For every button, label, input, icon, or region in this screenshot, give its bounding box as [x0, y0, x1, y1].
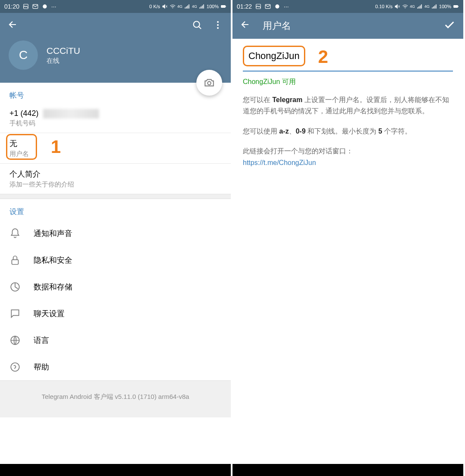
- username-item[interactable]: 无 用户名 1: [0, 133, 231, 164]
- data-icon: [9, 281, 21, 292]
- picture-icon: [23, 3, 29, 9]
- check-icon: [443, 19, 456, 31]
- username-value: 无: [9, 138, 221, 149]
- search-icon: [192, 20, 202, 30]
- mute-icon: [394, 3, 400, 9]
- battery-percent: 100%: [207, 4, 219, 9]
- settings-help[interactable]: 帮助: [0, 354, 231, 380]
- status-time: 01:22: [237, 3, 252, 10]
- signal-icon-2: [199, 3, 205, 9]
- profile-status: 在线: [46, 57, 80, 65]
- network-speed: 0.10 K/s: [375, 4, 392, 9]
- profile-header: C CCCiTU 在线: [0, 39, 231, 83]
- signal-4g: 4G: [410, 4, 415, 9]
- settings-notifications[interactable]: 通知和声音: [0, 220, 231, 247]
- svg-point-7: [217, 24, 219, 26]
- camera-icon: [204, 77, 215, 88]
- settings-label: 聊天设置: [34, 308, 65, 319]
- help-icon: [9, 361, 21, 373]
- app-version: Telegram Android 客户端 v5.11.0 (1710) arm6…: [0, 380, 231, 417]
- username-form: ChongZiJun 2 ChongZiJun 可用 您可以在 Telegram…: [232, 39, 463, 174]
- app-header: 用户名: [232, 13, 463, 39]
- avatar[interactable]: C: [9, 40, 38, 70]
- status-bar: 01:22 ··· 0.10 K/s 4G 4G 100%: [232, 0, 463, 13]
- callout-2: 2: [318, 47, 328, 67]
- svg-point-2: [43, 4, 46, 8]
- section-divider: [0, 194, 231, 199]
- more-dots-icon: ···: [51, 3, 56, 10]
- username-label: 用户名: [9, 150, 221, 158]
- redacted-phone: [43, 109, 99, 118]
- more-button[interactable]: [213, 20, 223, 32]
- username-available: ChongZiJun 可用: [243, 78, 453, 87]
- username-input-highlight: ChongZiJun: [243, 46, 305, 66]
- settings-language[interactable]: 语言: [0, 327, 231, 354]
- mail-icon: [32, 3, 38, 9]
- android-nav-bar: [0, 464, 231, 476]
- svg-rect-3: [221, 5, 226, 8]
- signal-icon: [184, 3, 190, 9]
- chat-status-icon: [42, 3, 48, 9]
- more-dots-icon: ···: [284, 3, 289, 10]
- avatar-initial: C: [19, 48, 28, 62]
- svg-rect-17: [453, 5, 458, 8]
- svg-point-16: [275, 4, 279, 8]
- status-bar: 01:20 ··· 0 K/s 4G 4G 100%: [0, 0, 231, 13]
- confirm-button[interactable]: [443, 19, 456, 33]
- more-vert-icon: [213, 20, 223, 30]
- mute-icon: [162, 3, 168, 9]
- battery-icon: [453, 3, 459, 9]
- settings-chat[interactable]: 聊天设置: [0, 300, 231, 327]
- bio-label: 添加一些关于你的介绍: [9, 180, 221, 189]
- signal-icon-2: [431, 3, 437, 9]
- svg-rect-18: [458, 6, 459, 7]
- settings-label: 隐私和安全: [34, 255, 72, 265]
- page-title: 用户名: [263, 19, 291, 32]
- svg-rect-10: [12, 260, 18, 264]
- settings-section-header: 设置: [0, 199, 231, 220]
- android-nav-bar: [232, 464, 463, 476]
- profile-name: CCCiTU: [46, 46, 80, 56]
- signal-4g: 4G: [177, 4, 183, 9]
- settings-label: 数据和存储: [34, 282, 72, 292]
- back-button[interactable]: [240, 19, 251, 32]
- picture-icon: [255, 3, 261, 9]
- profile-settings-screen: 01:20 ··· 0 K/s 4G 4G 100%: [0, 0, 232, 476]
- search-button[interactable]: [192, 20, 202, 32]
- account-section-header: 帐号: [0, 83, 231, 104]
- bio-value: 个人简介: [9, 169, 221, 179]
- signal-4g-2: 4G: [425, 4, 430, 9]
- content-scroll[interactable]: 帐号 +1 (442) 手机号码 无 用户名 1 个人简介 添加一些关于你的介绍…: [0, 83, 231, 464]
- back-button[interactable]: [8, 19, 18, 32]
- svg-point-5: [194, 22, 200, 28]
- settings-label: 帮助: [34, 362, 49, 372]
- chat-status-icon: [274, 3, 280, 9]
- svg-point-8: [217, 27, 219, 29]
- battery-icon: [220, 3, 226, 9]
- signal-4g-2: 4G: [192, 4, 197, 9]
- username-edit-screen: 01:22 ··· 0.10 K/s 4G 4G 100% 用户名: [232, 0, 465, 476]
- settings-label: 通知和声音: [34, 228, 72, 239]
- battery-percent: 100%: [439, 4, 451, 9]
- settings-privacy[interactable]: 隐私和安全: [0, 247, 231, 274]
- settings-data[interactable]: 数据和存储: [0, 274, 231, 300]
- settings-label: 语言: [34, 335, 49, 345]
- camera-fab[interactable]: [196, 70, 222, 96]
- bio-item[interactable]: 个人简介 添加一些关于你的介绍: [0, 164, 231, 194]
- chat-icon: [9, 308, 21, 319]
- input-underline: [243, 71, 453, 72]
- lock-icon: [9, 255, 21, 266]
- svg-point-6: [217, 21, 219, 23]
- username-input[interactable]: ChongZiJun: [248, 50, 300, 61]
- wifi-icon: [402, 3, 408, 9]
- username-desc-1: 您可以在 Telegram 上设置一个用户名。设置后，别人将能够在不知道您的手机…: [243, 94, 453, 117]
- globe-icon: [9, 335, 21, 346]
- status-time: 01:20: [4, 3, 19, 10]
- phone-value: +1 (442): [9, 109, 221, 118]
- svg-point-9: [208, 81, 211, 85]
- mail-icon: [265, 3, 271, 9]
- username-link-desc: 此链接会打开一个与您的对话窗口：: [243, 146, 453, 157]
- username-link[interactable]: https://t.me/ChongZiJun: [243, 159, 453, 167]
- network-speed: 0 K/s: [149, 4, 160, 9]
- phone-item[interactable]: +1 (442) 手机号码: [0, 104, 231, 133]
